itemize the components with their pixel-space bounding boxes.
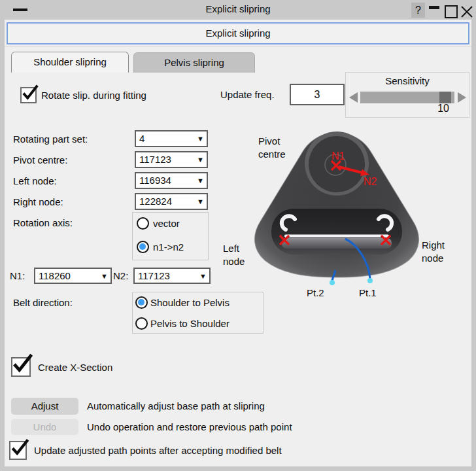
belt-slot — [284, 235, 389, 238]
minimize-button[interactable] — [429, 6, 439, 9]
sensitivity-slider[interactable] — [360, 92, 454, 103]
pt1-point[interactable] — [367, 278, 373, 283]
n1-label: N1: — [10, 270, 25, 281]
update-path-points-label: Update adjusted path points after accept… — [34, 445, 282, 456]
dropdown-arrow-icon[interactable]: ▼ — [101, 269, 108, 283]
n2-dropdown[interactable]: 117123 ▼ — [133, 268, 211, 284]
n1-annotation: N1 — [332, 150, 345, 162]
rotating-part-set-dropdown[interactable]: 4 ▼ — [135, 130, 208, 147]
right-node-dropdown[interactable]: 122824 ▼ — [135, 193, 208, 210]
belt-radio-shoulder-to-pelvis[interactable] — [135, 296, 148, 309]
update-freq-label: Update freq. — [220, 89, 275, 100]
dropdown-value: 118260 — [39, 269, 71, 283]
dropdown-value: 117123 — [139, 152, 171, 167]
dropdown-arrow-icon[interactable]: ▼ — [197, 173, 204, 188]
dropdown-arrow-icon[interactable]: ▼ — [197, 131, 204, 146]
create-xsection-label: Create X-Section — [38, 362, 112, 373]
pt2-annotation: Pt.2 — [307, 287, 324, 298]
sensitivity-title: Sensitivity — [346, 75, 469, 86]
rotation-axis-vector-label: vector — [153, 218, 180, 229]
right-node-label: Right node: — [13, 196, 63, 207]
left-node-annotation: node — [223, 256, 245, 267]
checkmark-icon — [21, 84, 39, 102]
belt-pelvis-to-shoulder-label: Pelvis to Shoulder — [150, 318, 230, 329]
right-node-annotation: node — [422, 253, 443, 264]
pivot-centre-dropdown[interactable]: 117123 ▼ — [135, 151, 208, 168]
pivot-centre-label: Pivot centre: — [13, 154, 67, 166]
rotate-slip-checkbox[interactable] — [20, 87, 37, 103]
n1-dropdown[interactable]: 118260 ▼ — [34, 268, 112, 284]
undo-button[interactable]: Undo — [11, 419, 78, 435]
tab-shoulder-slipring[interactable]: Shoulder slipring — [11, 52, 129, 73]
dropdown-arrow-icon[interactable]: ▼ — [197, 152, 204, 167]
rotating-part-set-label: Rotating part set: — [13, 133, 88, 145]
undo-description: Undo operation and restore previous path… — [87, 421, 292, 432]
radio-dot — [138, 299, 144, 305]
right-node-annotation: Right — [422, 239, 445, 251]
slider-thumb[interactable] — [439, 92, 451, 103]
rotation-axis-n1n2-label: n1->n2 — [153, 241, 184, 253]
pt1-annotation: Pt.1 — [359, 287, 377, 298]
update-path-points-checkbox[interactable] — [9, 441, 27, 460]
rotation-axis-radio-vector[interactable] — [137, 217, 149, 230]
left-node-annotation: Left — [223, 243, 240, 254]
explicit-slipring-window: Explicit slipring ? Explicit slipring Sh… — [0, 0, 476, 471]
titlebar[interactable]: Explicit slipring ? — [0, 0, 476, 20]
slider-left-arrow-icon[interactable] — [349, 92, 358, 103]
sensitivity-panel: Sensitivity 10 — [345, 72, 469, 118]
sensitivity-value: 10 — [410, 103, 449, 114]
checkmark-icon — [10, 438, 30, 459]
slider-right-arrow-icon[interactable] — [458, 92, 466, 103]
belt-radio-pelvis-to-shoulder[interactable] — [135, 317, 148, 330]
dropdown-arrow-icon[interactable]: ▼ — [199, 269, 207, 283]
n2-annotation: N2 — [364, 176, 377, 187]
pivot-centre-annotation: centre — [258, 148, 286, 160]
dropdown-arrow-icon[interactable]: ▼ — [197, 194, 204, 209]
dropdown-value: 122824 — [139, 194, 172, 209]
pt2-point[interactable] — [330, 280, 335, 285]
radio-dot — [139, 243, 146, 250]
pivot-centre-annotation: Pivot — [258, 135, 280, 147]
update-freq-input[interactable]: 3 — [290, 84, 345, 105]
window-title: Explicit slipring — [0, 3, 476, 14]
maximize-button[interactable] — [445, 5, 458, 18]
dropdown-value: 4 — [139, 131, 144, 146]
belt-direction-label: Belt direction: — [13, 297, 73, 308]
n2-label: N2: — [113, 270, 128, 281]
explicit-slipring-header-button[interactable]: Explicit slipring — [7, 22, 469, 44]
checkmark-icon — [11, 353, 34, 375]
dropdown-value: 116934 — [139, 173, 171, 188]
rotate-slip-label: Rotate slip. during fitting — [41, 90, 146, 101]
divider — [5, 46, 471, 47]
adjust-button[interactable]: Adjust — [11, 398, 78, 415]
help-button[interactable]: ? — [411, 3, 425, 18]
left-node-label: Left node: — [13, 175, 57, 186]
belt-shoulder-to-pelvis-label: Shoulder to Pelvis — [150, 297, 230, 308]
adjust-description: Automatically adjust base path at slipri… — [87, 400, 265, 411]
close-button[interactable] — [460, 5, 474, 19]
slipring-diagram: N1 N2 Pivot centre Left node Right node … — [219, 128, 471, 301]
rotation-axis-label: Rotation axis: — [13, 217, 73, 228]
left-node-dropdown[interactable]: 116934 ▼ — [135, 172, 208, 189]
tab-pelvis-slipring[interactable]: Pelvis slipring — [133, 52, 255, 73]
create-xsection-checkbox[interactable] — [11, 357, 31, 377]
rotation-axis-radio-n1n2[interactable] — [137, 241, 149, 253]
dropdown-value: 117123 — [138, 269, 170, 283]
